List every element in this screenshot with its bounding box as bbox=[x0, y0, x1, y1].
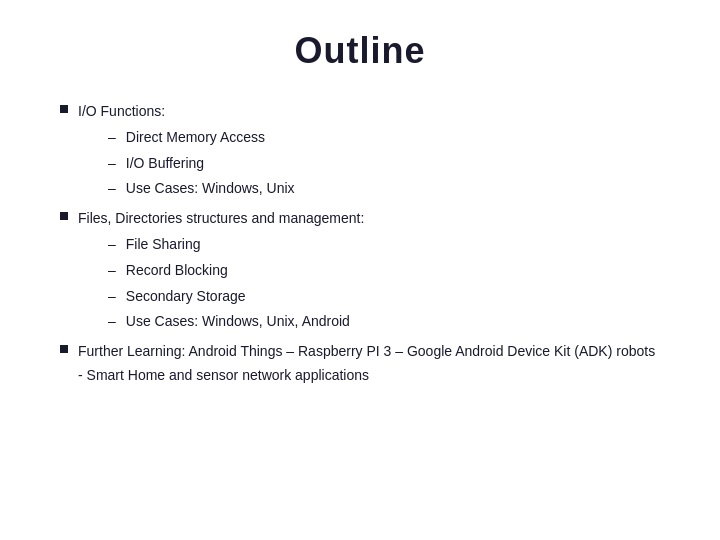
bullet-square-icon bbox=[60, 345, 68, 353]
slide-title: Outline bbox=[60, 30, 660, 72]
bullet-io-label: I/O Functions: bbox=[78, 103, 165, 119]
files-sub-list: – File Sharing – Record Blocking – Secon… bbox=[78, 233, 660, 334]
bullet-io-functions: I/O Functions: – Direct Memory Access – … bbox=[60, 100, 660, 203]
list-item: – Direct Memory Access bbox=[108, 126, 660, 150]
bullet-square-icon bbox=[60, 105, 68, 113]
io-sub-2: I/O Buffering bbox=[126, 152, 660, 176]
slide: Outline I/O Functions: – Direct Memory A… bbox=[0, 0, 720, 540]
further-learning-text: Further Learning: Android Things – Raspb… bbox=[78, 340, 660, 388]
list-item: – File Sharing bbox=[108, 233, 660, 257]
files-sub-2: Record Blocking bbox=[126, 259, 660, 283]
list-item: – Record Blocking bbox=[108, 259, 660, 283]
bullet-square-icon bbox=[60, 212, 68, 220]
dash-icon: – bbox=[108, 259, 116, 283]
bullet-further-learning: Further Learning: Android Things – Raspb… bbox=[60, 340, 660, 388]
list-item: – I/O Buffering bbox=[108, 152, 660, 176]
bullet-files-label: Files, Directories structures and manage… bbox=[78, 210, 364, 226]
io-sub-list: – Direct Memory Access – I/O Buffering –… bbox=[78, 126, 660, 201]
files-sub-1: File Sharing bbox=[126, 233, 660, 257]
list-item: – Use Cases: Windows, Unix bbox=[108, 177, 660, 201]
io-sub-1: Direct Memory Access bbox=[126, 126, 660, 150]
files-sub-3: Secondary Storage bbox=[126, 285, 660, 309]
content-area: I/O Functions: – Direct Memory Access – … bbox=[60, 100, 660, 388]
list-item: – Secondary Storage bbox=[108, 285, 660, 309]
dash-icon: – bbox=[108, 152, 116, 176]
dash-icon: – bbox=[108, 233, 116, 257]
dash-icon: – bbox=[108, 310, 116, 334]
bullet-files: Files, Directories structures and manage… bbox=[60, 207, 660, 336]
dash-icon: – bbox=[108, 126, 116, 150]
files-sub-4: Use Cases: Windows, Unix, Android bbox=[126, 310, 660, 334]
io-sub-3: Use Cases: Windows, Unix bbox=[126, 177, 660, 201]
list-item: – Use Cases: Windows, Unix, Android bbox=[108, 310, 660, 334]
dash-icon: – bbox=[108, 285, 116, 309]
dash-icon: – bbox=[108, 177, 116, 201]
